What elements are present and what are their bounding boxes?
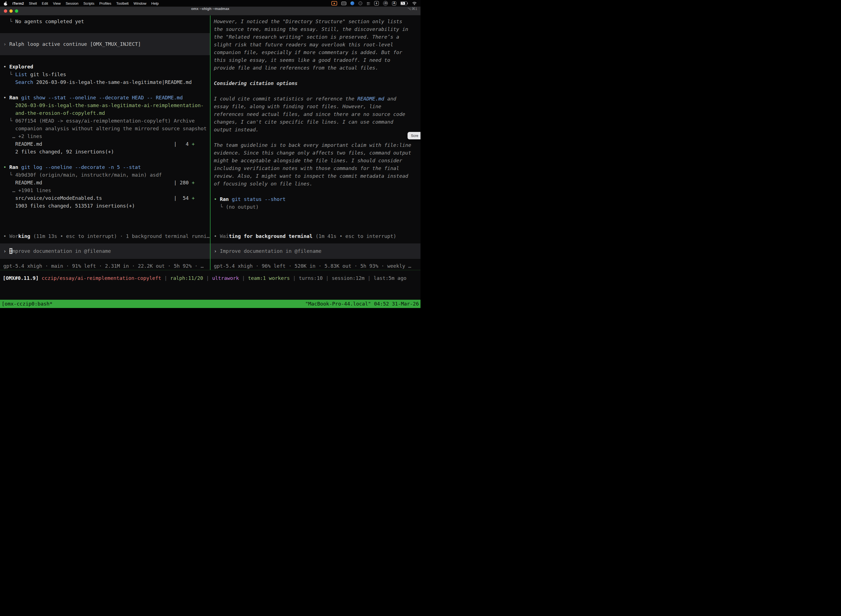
menu-item-toolbelt[interactable]: Toolbelt bbox=[116, 1, 129, 6]
blank-line bbox=[0, 25, 210, 33]
blank-line bbox=[0, 55, 210, 63]
traffic-lights bbox=[4, 9, 18, 13]
zoom-button[interactable] bbox=[15, 9, 18, 13]
left-pane[interactable]: └ No agents completed yet› Ralph loop ac… bbox=[0, 15, 210, 270]
terminal-line: 1903 files changed, 513517 insertions(+) bbox=[0, 202, 210, 210]
blank-line bbox=[211, 133, 420, 141]
input-source-icon[interactable]: A bbox=[392, 1, 396, 6]
terminal-line: 2026-03-09-is-legal-the-same-as-legitima… bbox=[0, 101, 210, 109]
ran-git-status: • Ran git status --short bbox=[211, 195, 420, 203]
menu-app-name[interactable]: iTerm2 bbox=[12, 1, 24, 6]
battery-icon[interactable]: ϟ bbox=[400, 1, 407, 5]
terminal-line: the source tree, missing the essay. Stil… bbox=[211, 25, 420, 33]
badge-8-icon[interactable]: 8 bbox=[374, 1, 379, 6]
terminal-line: The team guideline is to back every impo… bbox=[211, 141, 420, 149]
apple-menu-icon[interactable] bbox=[4, 1, 7, 6]
terminal-line: including verification notes with those … bbox=[211, 164, 420, 172]
terminal-line: I could cite commit statistics or refere… bbox=[211, 95, 420, 103]
tmux-host-time: "MacBook-Pro-44.local" 04:52 31-Mar-26 bbox=[305, 300, 419, 308]
ran-git-show: • Ran git show --stat --oneline --decora… bbox=[0, 94, 210, 101]
terminal-line: and-the-erosion-of-copyleft.md bbox=[0, 109, 210, 117]
wifi-icon[interactable] bbox=[412, 1, 417, 5]
terminal-line: README.md | 280 + bbox=[0, 179, 210, 186]
terminal-line: Search 2026-03-09-is-legal-the-same-as-l… bbox=[0, 78, 210, 86]
terminal-line: However, I noticed the "Directory Struct… bbox=[211, 18, 420, 25]
charging-bolt-icon: ϟ bbox=[401, 1, 405, 5]
terminal-line: README.md | 4 + bbox=[0, 140, 210, 148]
keyboard-icon[interactable] bbox=[341, 1, 346, 5]
blue-app-icon[interactable] bbox=[350, 1, 354, 5]
ran-git-log: • Ran git log --oneline --decorate -n 5 … bbox=[0, 163, 210, 171]
terminal-line: of focusing solely on file lines. bbox=[211, 180, 420, 188]
screen-share-toast[interactable]: Scre bbox=[407, 132, 420, 139]
window-title: omx --xhigh --madmax bbox=[0, 7, 420, 11]
terminal-line: this single essay, it seems like a good … bbox=[211, 56, 420, 64]
waiting-status: • Waiting for background terminal (1m 41… bbox=[211, 232, 420, 240]
blank-line bbox=[211, 72, 420, 79]
blank-line bbox=[0, 155, 210, 163]
menu-item-edit[interactable]: Edit bbox=[42, 1, 48, 6]
terminal-line: changes, I can't cite specific file line… bbox=[211, 118, 420, 126]
window-shortcut: ⌥⌘1 bbox=[407, 7, 417, 11]
menu-item-profiles[interactable]: Profiles bbox=[99, 1, 111, 6]
reasoning-heading: Considering citation options bbox=[211, 79, 420, 87]
terminal-line: evidence. Since this change only affects… bbox=[211, 149, 420, 157]
blank-line bbox=[0, 259, 210, 262]
menu-item-help[interactable]: Help bbox=[151, 1, 159, 6]
screen-recording-icon[interactable] bbox=[331, 1, 337, 6]
terminal-line: └ (no output) bbox=[211, 203, 420, 211]
menu-item-window[interactable]: Window bbox=[133, 1, 146, 6]
terminal-line: review. Also, I might want to inspect th… bbox=[211, 172, 420, 180]
box-line: › Ralph loop active continue [OMX_TMUX_I… bbox=[0, 40, 210, 48]
working-status: • Working (11m 13s • esc to interrupt) ·… bbox=[0, 232, 210, 240]
session-stats: gpt-5.4 xhigh · main · 91% left · 2.31M … bbox=[0, 262, 210, 270]
terminal-line: the "Related research writing" section i… bbox=[211, 33, 420, 41]
tmux-session-info[interactable]: [omx-cczip0:bash* bbox=[1, 300, 53, 308]
blank-line bbox=[0, 86, 210, 94]
terminal-line: companion analysis without altering the … bbox=[0, 125, 210, 132]
gauge-icon[interactable]: .61 bbox=[383, 1, 388, 6]
terminal-line: └ List git ls-files bbox=[0, 70, 210, 78]
terminal-line: └ No agents completed yet bbox=[0, 18, 210, 25]
terminal-line: slight risk that future readers may over… bbox=[211, 41, 420, 48]
right-pane[interactable]: However, I noticed the "Directory Struct… bbox=[211, 15, 420, 270]
blank-line bbox=[211, 87, 420, 95]
menu-item-scripts[interactable]: Scripts bbox=[84, 1, 94, 6]
menu-item-shell[interactable]: Shell bbox=[29, 1, 37, 6]
toast-label: Scre bbox=[411, 133, 418, 138]
box-line: › Improve documentation in @filename bbox=[211, 247, 420, 255]
terminal-line: src/voice/voiceModeEnabled.ts | 54 + bbox=[0, 194, 210, 202]
terminal-line: … +2 lines bbox=[0, 132, 210, 140]
terminal-panes: └ No agents completed yet› Ralph loop ac… bbox=[0, 15, 420, 270]
flex-spacer bbox=[0, 210, 210, 232]
minimize-button[interactable] bbox=[9, 9, 13, 13]
ralph-loop-banner: › Ralph loop active continue [OMX_TMUX_I… bbox=[0, 33, 210, 55]
omx-status-line: [OMX#0.11.9] cczip/essay/ai-reimplementa… bbox=[0, 274, 420, 282]
explored-header: • Explored bbox=[0, 63, 210, 70]
pane-bottom-border bbox=[0, 270, 420, 270]
terminal-line: might be acceptable alongside the file l… bbox=[211, 157, 420, 164]
terminal-line: └ 067f154 (HEAD -> essay/ai-reimplementa… bbox=[0, 117, 210, 125]
menu-item-view[interactable]: View bbox=[53, 1, 61, 6]
session-stats: gpt-5.4 xhigh · 96% left · 520K in · 5.8… bbox=[211, 262, 420, 270]
window-title-bar[interactable]: omx --xhigh --madmax ⌥⌘1 bbox=[0, 7, 420, 15]
terminal-line: essay file, along with finding root file… bbox=[211, 103, 420, 110]
box-line: › Improve documentation in @filename bbox=[0, 247, 210, 255]
menu-item-session[interactable]: Session bbox=[66, 1, 78, 6]
dark-app-icon[interactable] bbox=[358, 1, 362, 5]
tmux-status-bar: [omx-cczip0:bash* "MacBook-Pro-44.local"… bbox=[0, 300, 420, 308]
terminal-line: output instead. bbox=[211, 126, 420, 133]
menubar-status-icons: 8 .61 A ϟ bbox=[331, 1, 417, 6]
prompt-input[interactable]: › Improve documentation in @filename bbox=[211, 243, 420, 259]
apps-grid-icon[interactable] bbox=[366, 1, 370, 5]
blank-line bbox=[211, 188, 420, 195]
terminal-line: 2 files changed, 92 insertions(+) bbox=[0, 148, 210, 155]
flex-spacer bbox=[211, 211, 420, 232]
menu-items: ShellEditViewSessionScriptsProfilesToolb… bbox=[29, 1, 159, 6]
terminal-line: … +1901 lines bbox=[0, 186, 210, 194]
terminal-line: references need actual files, and since … bbox=[211, 110, 420, 118]
blank-line bbox=[211, 259, 420, 262]
prompt-input[interactable]: › Improve documentation in @filename bbox=[0, 243, 210, 259]
close-button[interactable] bbox=[4, 9, 7, 13]
blank-line bbox=[0, 240, 210, 243]
